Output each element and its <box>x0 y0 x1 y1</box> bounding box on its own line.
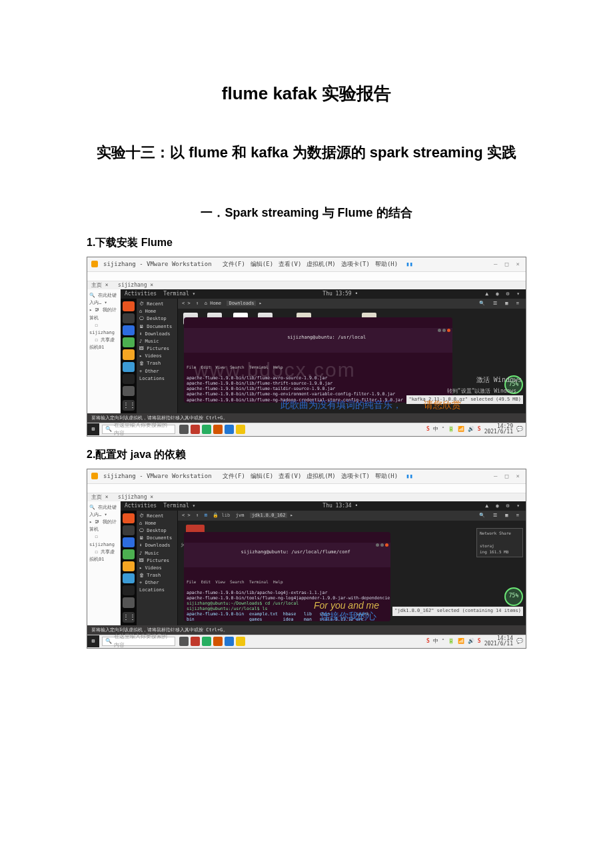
tray-sogou-icon[interactable]: S <box>426 637 430 646</box>
nautilus-breadcrumb[interactable]: < > ↑ ⌂ Home Downloads ▸ 🔍 ☰ ▦ ≡ <box>178 299 526 309</box>
side-pictures[interactable]: 🖼 Pictures <box>139 345 175 353</box>
menu-view[interactable]: 查看(V) <box>279 471 301 481</box>
terminal-app-label[interactable]: Terminal ▾ <box>157 501 195 511</box>
side-desktop[interactable]: 🖵 Desktop <box>139 315 175 323</box>
terminal-icon[interactable] <box>123 585 135 595</box>
terminal-icon[interactable] <box>123 374 135 384</box>
settings-icon[interactable] <box>123 597 135 607</box>
firefox-icon[interactable] <box>123 513 135 523</box>
tray-chevron-icon[interactable]: ˄ <box>442 425 444 434</box>
taskbar-search[interactable]: 🔍 在这里输入你要搜索的内容 <box>102 425 175 434</box>
side-trash[interactable]: 🗑 Trash <box>139 360 175 367</box>
side-videos[interactable]: ▸ Videos <box>139 353 175 360</box>
tray-clock[interactable]: 14:142021/6/11 <box>484 636 513 647</box>
task-icons[interactable] <box>179 425 245 434</box>
side-documents[interactable]: 🗎 Documents <box>139 535 175 542</box>
task-ftp-icon[interactable] <box>191 637 200 646</box>
task-word-icon[interactable] <box>225 637 234 646</box>
menu-file[interactable]: 文件(F) <box>223 259 245 269</box>
gnome-top-bar[interactable]: Activities Terminal ▾ Thu 13:34 • ▲ ◉ ⚙ … <box>121 501 526 511</box>
side-music[interactable]: ♪ Music <box>139 338 175 345</box>
task-vmware-icon[interactable] <box>213 637 223 646</box>
tab-home[interactable]: 主页 <box>91 494 102 500</box>
system-tray[interactable]: S 中 ˄ 🔋 📶 🔊 S 14:142021/6/11 💬 <box>426 636 526 647</box>
settings-icon[interactable] <box>123 386 135 396</box>
task-folder-icon[interactable] <box>236 425 245 434</box>
libreoffice-icon[interactable] <box>123 549 135 559</box>
task-icon[interactable] <box>202 425 211 434</box>
side-music[interactable]: ♪ Music <box>139 550 175 557</box>
side-trash[interactable]: 🗑 Trash <box>139 572 175 579</box>
task-icons[interactable] <box>179 637 245 646</box>
help-icon[interactable] <box>123 362 135 372</box>
task-icon[interactable] <box>179 425 189 434</box>
app-grid-icon[interactable]: ⋮⋮⋮ <box>123 400 135 411</box>
tab-bar[interactable]: 主页 × sijizhang × <box>87 281 526 289</box>
terminal-titlebar[interactable]: sijizhang@ubuntu: /usr/local/flume/conf <box>184 543 390 567</box>
terminal-menubar[interactable]: File Edit View Search Terminal Help <box>187 579 388 585</box>
menu-vm[interactable]: 虚拟机(M) <box>306 471 335 481</box>
side-home[interactable]: ⌂ Home <box>139 520 175 527</box>
menu-edit[interactable]: 编辑(E) <box>251 471 273 481</box>
vmware-menubar[interactable]: sijizhang - VMware Workstation 文件(F) 编辑(… <box>87 469 526 484</box>
task-ftp-icon[interactable] <box>191 425 200 434</box>
menu-vm[interactable]: 虚拟机(M) <box>306 259 335 269</box>
side-downloads[interactable]: ⬇ Downloads <box>139 331 175 338</box>
vmware-toolbar[interactable] <box>87 272 526 281</box>
tray-clock[interactable]: 14:292021/6/11 <box>484 424 513 435</box>
side-desktop[interactable]: 🖵 Desktop <box>139 527 175 535</box>
tray-ime[interactable]: 中 <box>433 637 438 646</box>
menu-tab[interactable]: 选项卡(T) <box>341 259 370 269</box>
task-word-icon[interactable] <box>225 425 234 434</box>
activities-button[interactable]: Activities <box>121 501 157 511</box>
tab-guest[interactable]: sijizhang <box>118 494 147 500</box>
side-home[interactable]: ⌂ Home <box>139 308 175 315</box>
gnome-top-bar[interactable]: Activities Terminal ▾ Thu 13:59 • ▲ ◉ ⚙ … <box>121 289 526 299</box>
firefox-icon[interactable] <box>123 301 135 311</box>
software-icon[interactable] <box>123 537 135 547</box>
tray-notifications-icon[interactable]: 💬 <box>516 425 523 434</box>
side-recent[interactable]: ⏱ Recent <box>139 301 175 308</box>
nautilus-sidebar[interactable]: ⏱ Recent ⌂ Home 🖵 Desktop 🗎 Documents ⬇ … <box>137 299 178 413</box>
gnome-tray-icons[interactable]: ▲ ◉ ⚙ ▾ <box>485 289 526 299</box>
files-icon[interactable] <box>123 525 135 535</box>
gnome-tray-icons[interactable]: ▲ ◉ ⚙ ▾ <box>485 501 526 511</box>
activities-button[interactable]: Activities <box>121 289 157 299</box>
libreoffice-icon[interactable] <box>123 337 135 347</box>
side-recent[interactable]: ⏱ Recent <box>139 513 175 520</box>
tray-notifications-icon[interactable]: 💬 <box>516 637 523 646</box>
amazon-icon[interactable] <box>123 349 135 359</box>
help-icon[interactable] <box>123 573 135 583</box>
menu-file[interactable]: 文件(F) <box>223 471 245 481</box>
tray-sogou-icon[interactable]: S <box>426 425 430 434</box>
task-vmware-icon[interactable] <box>213 425 223 434</box>
side-other[interactable]: + Other Locations <box>139 579 175 594</box>
software-icon[interactable] <box>123 325 135 335</box>
menu-help[interactable]: 帮助(H) <box>375 259 398 269</box>
menu-edit[interactable]: 编辑(E) <box>251 259 273 269</box>
tray-security-icon[interactable]: S <box>478 425 481 434</box>
side-videos[interactable]: ▸ Videos <box>139 565 175 572</box>
pause-icon[interactable]: ▮▮ <box>406 471 413 481</box>
system-tray[interactable]: S 中 ˄ 🔋 📶 🔊 S 14:292021/6/11 💬 <box>426 424 526 435</box>
tray-ime[interactable]: 中 <box>433 425 438 434</box>
side-documents[interactable]: 🗎 Documents <box>139 323 175 331</box>
tab-home[interactable]: 主页 <box>91 282 102 288</box>
gnome-dock[interactable]: ⋮⋮⋮ <box>121 511 137 625</box>
tray-security-icon[interactable]: S <box>478 637 481 646</box>
vmware-library-tree[interactable]: 🔍 在此处键入内… ▾ ▸ 🖳 我的计算机 ☐ sijizhang ☐ 共享虚拟… <box>87 501 121 625</box>
files-icon[interactable] <box>123 313 135 323</box>
vmware-menubar[interactable]: sijizhang - VMware Workstation 文件(F) 编辑(… <box>87 257 526 272</box>
start-button[interactable]: ⊞ <box>87 423 99 435</box>
windows-taskbar[interactable]: ⊞ 🔍 在这里输入你要搜索的内容 S 中 ˄ 🔋 📶 🔊 S 14:142021… <box>87 635 526 648</box>
app-grid-icon[interactable]: ⋮⋮⋮ <box>123 612 135 623</box>
task-icon[interactable] <box>202 637 211 646</box>
nautilus-breadcrumb[interactable]: < > ↑ ⊞ 🔒 lib jvm jdk1.8.0_162 ▸ 🔍 ☰ ▦ ≡ <box>178 511 526 521</box>
tab-guest[interactable]: sijizhang <box>118 282 147 288</box>
vmware-library-tree[interactable]: 🔍 在此处键入内… ▾ ▸ 🖳 我的计算机 ☐ sijizhang ☐ 共享虚拟… <box>87 289 121 413</box>
side-pictures[interactable]: 🖼 Pictures <box>139 557 175 565</box>
menu-view[interactable]: 查看(V) <box>279 259 301 269</box>
amazon-icon[interactable] <box>123 561 135 571</box>
task-icon[interactable] <box>179 637 189 646</box>
gnome-dock[interactable]: ⋮⋮⋮ <box>121 299 137 413</box>
